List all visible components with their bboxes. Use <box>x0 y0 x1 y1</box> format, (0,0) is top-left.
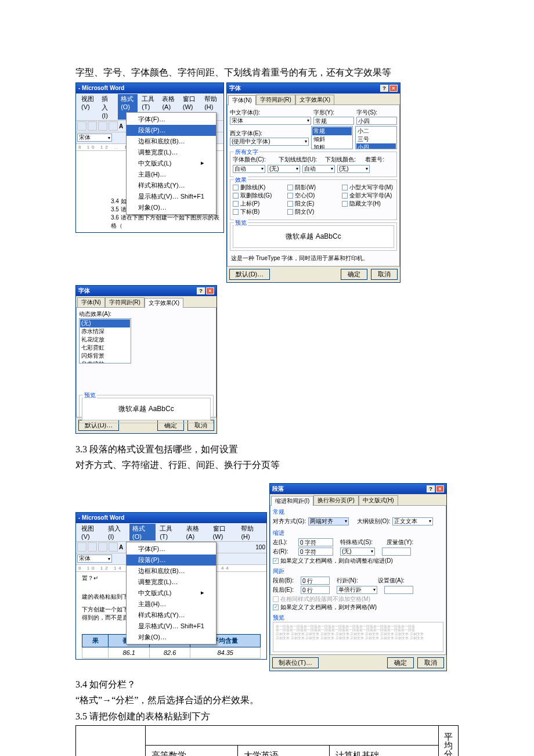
setvalue-input[interactable] <box>384 586 413 594</box>
avg-col-header: 平均分 <box>439 725 459 756</box>
menu-item-borders[interactable]: 边框和底纹(B)… <box>127 136 216 147</box>
font-selector[interactable]: 宋体 <box>77 555 112 563</box>
label: 右(R): <box>273 548 296 556</box>
underline-select[interactable]: (无) <box>268 165 300 173</box>
menu-view[interactable]: 视图(V) <box>78 94 98 120</box>
menu-item-paragraph[interactable]: 段落(P)… <box>127 125 216 136</box>
checkbox[interactable]: 隐藏文字(H) <box>342 200 394 208</box>
titlebar[interactable]: 段落 ? × <box>270 484 446 494</box>
label: 下划线颜色: <box>325 156 356 164</box>
menu-format[interactable]: 格式(O) <box>129 524 156 541</box>
style-listbox[interactable]: 常规 倾斜 加粗 加粗 倾斜 <box>311 126 353 149</box>
menu-insert[interactable]: 插入(I) <box>99 94 117 120</box>
menu-item-cjk[interactable]: 中文版式(L) <box>127 588 216 599</box>
after-input[interactable]: 0 行 <box>301 586 330 594</box>
menu-item-object[interactable]: 对象(O)… <box>127 202 216 213</box>
tab-indent[interactable]: 缩进和间距(I) <box>271 496 313 506</box>
menu-view[interactable]: 视图(V) <box>78 524 104 541</box>
ok-button[interactable]: 确定 <box>387 657 414 668</box>
checkbox[interactable]: 删除线(K) <box>233 183 285 192</box>
checkbox[interactable]: 阴文(V) <box>287 208 340 216</box>
ok-button[interactable]: 确定 <box>341 269 367 280</box>
paragraph-dialog: 段落 ? × 缩进和间距(I) 换行和分页(P) 中文版式(H) 常规 对齐方式… <box>269 483 447 671</box>
menu-item-styles[interactable]: 样式和格式(Y)… <box>127 180 216 191</box>
tab-texteffect[interactable]: 文字效果(X) <box>145 298 183 308</box>
outline-select[interactable]: 正文文本 <box>392 517 433 525</box>
right-indent-input[interactable]: 0 字符 <box>298 548 333 556</box>
left-indent-input[interactable]: 0 字符 <box>298 538 333 546</box>
menubar[interactable]: 视图(V) 插入(I) 格式(O) 工具(T) 表格(A) 窗口(W) 帮助(H… <box>76 523 266 542</box>
tab-texteffect[interactable]: 文字效果(X) <box>295 95 334 105</box>
checkbox[interactable]: 全部大写字母(A) <box>342 192 394 200</box>
menu-tools[interactable]: 工具(T) <box>157 524 182 541</box>
table-cell: 82.6 <box>149 647 190 658</box>
font-selector[interactable]: 宋体 <box>77 134 112 142</box>
menu-item-width[interactable]: 调整宽度(L)… <box>127 147 216 158</box>
titlebar: - Microsoft Word <box>76 513 266 523</box>
checkbox-align-grid[interactable]: ✓如果定义了文档网格，则对齐网格(W) <box>273 603 443 611</box>
close-icon[interactable]: × <box>436 485 444 492</box>
tab-break[interactable]: 换行和分页(P) <box>313 495 358 505</box>
titlebar[interactable]: 字体 ? × <box>227 83 400 93</box>
style-input[interactable]: 常规 <box>313 117 354 125</box>
help-icon[interactable]: ? <box>197 287 205 294</box>
size-input[interactable]: 小四 <box>356 117 397 125</box>
close-icon[interactable]: × <box>206 287 214 294</box>
align-select[interactable]: 两端对齐 <box>308 517 349 525</box>
default-button[interactable]: 默认(D)… <box>229 269 270 280</box>
menu-item-font[interactable]: 字体(F)… <box>127 114 216 125</box>
menu-item-theme[interactable]: 主题(H)… <box>127 169 216 180</box>
menu-item-theme[interactable]: 主题(H)… <box>127 599 216 610</box>
color-select[interactable]: 自动 <box>233 165 265 173</box>
menu-item-borders[interactable]: 边框和底纹(B)… <box>127 566 216 577</box>
checkbox[interactable]: 双删除线(G) <box>233 192 285 200</box>
anim-listbox[interactable]: (无) 赤水情深 礼花绽放 七彩霓虹 闪烁背景 乌龙绞柱 亦真亦幻 <box>79 318 131 363</box>
ucolor-select[interactable]: 自动 <box>302 165 335 173</box>
checkbox[interactable]: 阴影(W) <box>287 183 340 192</box>
titlebar[interactable]: 字体 ? × <box>76 286 217 296</box>
tab-font[interactable]: 字体(N) <box>228 95 256 105</box>
menu-item-styles[interactable]: 样式和格式(Y)… <box>127 610 216 621</box>
tab-font[interactable]: 字体(N) <box>77 297 105 307</box>
special-indent-select[interactable]: (无) <box>340 548 375 556</box>
checkbox[interactable]: 上标(P) <box>233 200 285 208</box>
checkbox[interactable]: 阳文(E) <box>287 200 340 208</box>
format-menu-popup[interactable]: 字体(F)… 段落(P)… 边框和底纹(B)… 调整宽度(L)… 中文版式(L)… <box>126 112 217 215</box>
menu-item-reveal[interactable]: 显示格式(V)… Shift+F1 <box>127 621 216 632</box>
tab-spacing[interactable]: 字符间距(R) <box>256 95 295 105</box>
menu-item-object[interactable]: 对象(O)… <box>127 632 216 643</box>
tab-spacing[interactable]: 字符间距(R) <box>105 297 145 307</box>
format-menu-popup[interactable]: 字体(F)… 段落(P)… 边框和底纹(B)… 调整宽度(L)… 中文版式(L)… <box>126 542 217 645</box>
checkbox-auto-right-indent[interactable]: ✓如果定义了文档网格，则自动调整右缩进(D) <box>273 557 443 565</box>
menu-item-width[interactable]: 调整宽度(L)… <box>127 577 216 588</box>
checkbox[interactable]: 小型大写字母(M) <box>342 183 394 192</box>
tab-cjk[interactable]: 中文版式(H) <box>359 495 398 505</box>
legend: 所有文字 <box>234 148 259 156</box>
menu-item-font[interactable]: 字体(F)… <box>127 543 216 555</box>
cancel-button[interactable]: 取消 <box>417 657 444 668</box>
menu-item-cjk[interactable]: 中文版式(L) <box>127 158 216 169</box>
menu-table[interactable]: 表格(A) <box>183 524 209 541</box>
before-input[interactable]: 0 行 <box>301 577 330 585</box>
measure-input[interactable] <box>382 548 411 556</box>
zoom-value[interactable]: 100 <box>255 544 265 550</box>
emph-select[interactable]: (无) <box>337 165 370 173</box>
linespace-select[interactable]: 单倍行距 <box>337 586 377 594</box>
menu-help[interactable]: 帮助(H) <box>238 524 264 541</box>
menu-insert[interactable]: 插入(I) <box>105 524 128 541</box>
menu-item-paragraph[interactable]: 段落(P)… <box>127 555 216 566</box>
menu-item-reveal[interactable]: 显示格式(V)… Shift+F1 <box>127 191 216 202</box>
tabs-button[interactable]: 制表位(T)… <box>272 657 319 668</box>
help-icon[interactable]: ? <box>427 485 435 492</box>
cn-font-select[interactable]: 宋体 <box>230 117 311 125</box>
help-icon[interactable]: ? <box>380 85 388 92</box>
west-font-select[interactable]: (使用中文字体) <box>230 138 309 146</box>
close-icon[interactable]: × <box>389 85 398 92</box>
truetype-note: 这是一种 TrueType 字体，同时适用于屏幕和打印机。 <box>230 253 397 264</box>
checkbox[interactable]: 下标(B) <box>233 208 285 216</box>
size-listbox[interactable]: 小二 三号 小四 四号 <box>355 126 397 149</box>
menu-window[interactable]: 窗口(W) <box>210 524 237 541</box>
sec-3-5-q: 3.5 请把你创建的表格粘贴到下方 <box>75 709 459 724</box>
cancel-button[interactable]: 取消 <box>371 269 398 280</box>
checkbox[interactable]: 空心(O) <box>287 192 340 200</box>
